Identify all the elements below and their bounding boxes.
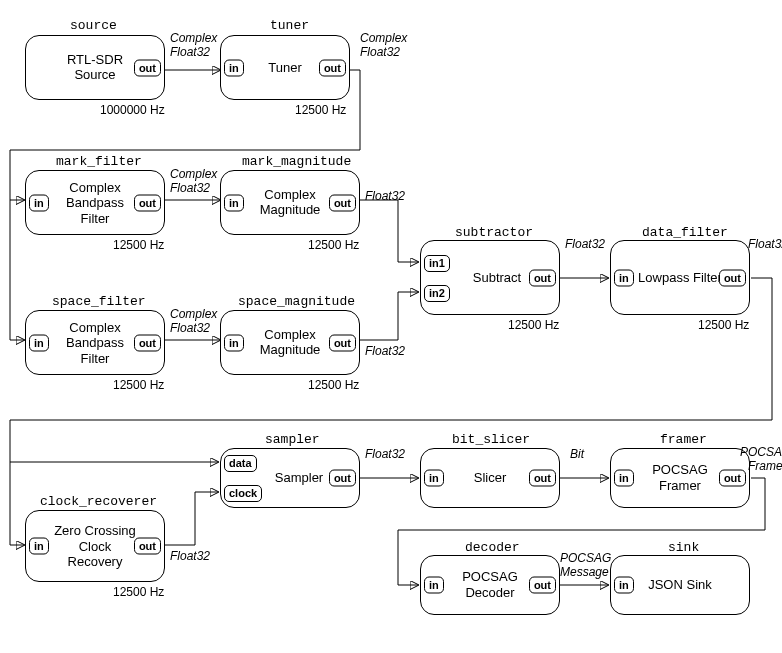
port-mark_filter-out: out — [134, 194, 161, 211]
block-tuner: Tuner in out — [220, 35, 350, 100]
edgelabel-space_magnitude-out: Float32 — [365, 345, 405, 359]
port-subtractor-out: out — [529, 269, 556, 286]
port-tuner-out: out — [319, 59, 346, 76]
block-bit_slicer: Slicer in out — [420, 448, 560, 508]
label-decoder: decoder — [465, 540, 520, 555]
label-mark_filter: mark_filter — [56, 154, 142, 169]
rate-tuner: 12500 Hz — [295, 103, 346, 117]
edgelabel-data_filter-out: Float32 — [748, 238, 782, 252]
block-decoder: POCSAG Decoder in out — [420, 555, 560, 615]
edgelabel-mark_filter-out-a: Complex — [170, 168, 217, 182]
port-sampler-data: data — [224, 455, 257, 472]
port-framer-in: in — [614, 470, 634, 487]
edgelabel-clock_recoverer-out: Float32 — [170, 550, 210, 564]
edgelabel-subtractor-out: Float32 — [565, 238, 605, 252]
rate-data_filter: 12500 Hz — [698, 318, 749, 332]
port-source-out: out — [134, 59, 161, 76]
port-tuner-in: in — [224, 59, 244, 76]
port-space_filter-in: in — [29, 334, 49, 351]
label-sampler: sampler — [265, 432, 320, 447]
block-mark_magnitude: Complex Magnitude in out — [220, 170, 360, 235]
rate-clock_recoverer: 12500 Hz — [113, 585, 164, 599]
port-sampler-out: out — [329, 470, 356, 487]
port-decoder-out: out — [529, 577, 556, 594]
port-space_magnitude-in: in — [224, 334, 244, 351]
block-source: RTL-SDR Source out — [25, 35, 165, 100]
edgelabel-space_filter-out-b: Float32 — [170, 322, 210, 336]
block-data_filter: Lowpass Filter in out — [610, 240, 750, 315]
edgelabel-framer-out-b: Frame — [748, 460, 782, 474]
rate-subtractor: 12500 Hz — [508, 318, 559, 332]
port-space_magnitude-out: out — [329, 334, 356, 351]
port-decoder-in: in — [424, 577, 444, 594]
edgelabel-mark_filter-out-b: Float32 — [170, 182, 210, 196]
port-sampler-clock: clock — [224, 485, 262, 502]
port-space_filter-out: out — [134, 334, 161, 351]
block-space_filter: Complex Bandpass Filter in out — [25, 310, 165, 375]
edgelabel-decoder-out-a: POCSAG — [560, 552, 611, 566]
edgelabel-bit_slicer-out: Bit — [570, 448, 584, 462]
label-framer: framer — [660, 432, 707, 447]
label-space_magnitude: space_magnitude — [238, 294, 355, 309]
label-bit_slicer: bit_slicer — [452, 432, 530, 447]
label-source: source — [70, 18, 117, 33]
rate-mark_filter: 12500 Hz — [113, 238, 164, 252]
block-subtractor: Subtract in1 in2 out — [420, 240, 560, 315]
edgelabel-tuner-out-b: Float32 — [360, 46, 400, 60]
port-clock_recoverer-in: in — [29, 538, 49, 555]
port-mark_magnitude-out: out — [329, 194, 356, 211]
rate-space_filter: 12500 Hz — [113, 378, 164, 392]
block-framer: POCSAG Framer in out — [610, 448, 750, 508]
edgelabel-space_filter-out-a: Complex — [170, 308, 217, 322]
rate-space_magnitude: 12500 Hz — [308, 378, 359, 392]
edgelabel-tuner-out-a: Complex — [360, 32, 407, 46]
port-data_filter-in: in — [614, 269, 634, 286]
port-subtractor-in1: in1 — [424, 255, 450, 272]
port-bit_slicer-out: out — [529, 470, 556, 487]
port-framer-out: out — [719, 470, 746, 487]
edgelabel-sampler-out: Float32 — [365, 448, 405, 462]
edgelabel-decoder-out-b: Message — [560, 566, 609, 580]
port-sink-in: in — [614, 577, 634, 594]
port-bit_slicer-in: in — [424, 470, 444, 487]
rate-mark_magnitude: 12500 Hz — [308, 238, 359, 252]
label-mark_magnitude: mark_magnitude — [242, 154, 351, 169]
block-mark_filter: Complex Bandpass Filter in out — [25, 170, 165, 235]
label-tuner: tuner — [270, 18, 309, 33]
port-clock_recoverer-out: out — [134, 538, 161, 555]
block-sink: JSON Sink in — [610, 555, 750, 615]
label-data_filter: data_filter — [642, 225, 728, 240]
port-subtractor-in2: in2 — [424, 285, 450, 302]
edgelabel-source-tuner-b: Float32 — [170, 46, 210, 60]
port-data_filter-out: out — [719, 269, 746, 286]
port-mark_magnitude-in: in — [224, 194, 244, 211]
block-sampler: Sampler data clock out — [220, 448, 360, 508]
label-sink: sink — [668, 540, 699, 555]
rate-source: 1000000 Hz — [100, 103, 165, 117]
block-space_magnitude: Complex Magnitude in out — [220, 310, 360, 375]
label-subtractor: subtractor — [455, 225, 533, 240]
label-space_filter: space_filter — [52, 294, 146, 309]
edgelabel-source-tuner-a: Complex — [170, 32, 217, 46]
edgelabel-mark_magnitude-out: Float32 — [365, 190, 405, 204]
port-mark_filter-in: in — [29, 194, 49, 211]
edgelabel-framer-out-a: POCSAG — [740, 446, 782, 460]
block-clock_recoverer: Zero Crossing Clock Recovery in out — [25, 510, 165, 582]
label-clock_recoverer: clock_recoverer — [40, 494, 157, 509]
